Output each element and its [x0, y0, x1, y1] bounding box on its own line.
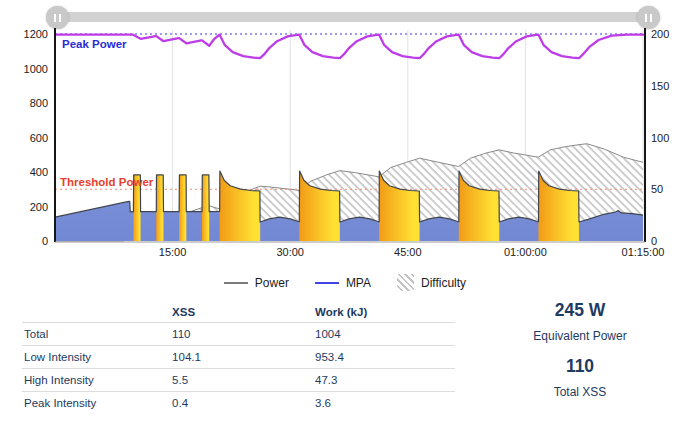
power-line-swatch-icon	[224, 282, 248, 284]
equivalent-power-value: 245 W	[510, 300, 650, 320]
header-blank	[22, 302, 170, 323]
summary-stats-panel: 245 W Equivalent Power 110 Total XSS	[510, 300, 650, 399]
total-xss-label: Total XSS	[510, 385, 650, 399]
legend-item-mpa[interactable]: MPA	[315, 276, 371, 290]
table-row: Low Intensity 104.1 953.4	[22, 346, 455, 369]
total-xss-value: 110	[510, 356, 650, 376]
xss-value: 5.5	[170, 369, 313, 392]
row-label: Low Intensity	[22, 346, 170, 369]
equivalent-power-label: Equivalent Power	[510, 329, 650, 343]
threshold-power-label: Threshold Power	[60, 176, 154, 188]
difficulty-hatch-swatch-icon	[397, 274, 414, 291]
header-work: Work (kJ)	[313, 302, 455, 323]
table-header-row: XSS Work (kJ)	[22, 302, 455, 323]
header-xss: XSS	[170, 302, 313, 323]
peak-power-label: Peak Power	[62, 38, 127, 50]
table-row: Total 110 1004	[22, 323, 455, 346]
svg-text:100: 100	[651, 132, 669, 144]
work-value: 47.3	[313, 369, 455, 392]
work-value: 953.4	[313, 346, 455, 369]
row-label: Total	[22, 323, 170, 346]
svg-text:01:00:00: 01:00:00	[504, 246, 547, 258]
svg-text:200: 200	[30, 201, 48, 213]
svg-text:15:00: 15:00	[159, 246, 187, 258]
svg-text:45:00: 45:00	[394, 246, 422, 258]
xss-work-table: XSS Work (kJ) Total 110 1004 Low Intensi…	[22, 302, 455, 414]
mpa-line-swatch-icon	[315, 282, 339, 284]
mpa-line	[55, 35, 643, 59]
xss-value: 110	[170, 323, 313, 346]
power-mpa-difficulty-chart[interactable]: 02004006008001000120005010015020015:0030…	[0, 0, 690, 270]
svg-text:150: 150	[651, 80, 669, 92]
table-row: High Intensity 5.5 47.3	[22, 369, 455, 392]
svg-text:01:15:00: 01:15:00	[622, 246, 665, 258]
workout-report-screen: 02004006008001000120005010015020015:0030…	[0, 0, 690, 421]
row-label: Peak Intensity	[22, 392, 170, 415]
svg-text:200: 200	[651, 28, 669, 40]
legend-item-power[interactable]: Power	[224, 276, 289, 290]
svg-text:50: 50	[651, 183, 663, 195]
svg-text:600: 600	[30, 132, 48, 144]
legend-label: Power	[255, 276, 289, 290]
svg-text:1200: 1200	[24, 28, 48, 40]
xss-value: 104.1	[170, 346, 313, 369]
legend-item-difficulty[interactable]: Difficulty	[397, 274, 466, 291]
legend-label: MPA	[346, 276, 371, 290]
work-value: 1004	[313, 323, 455, 346]
legend-label: Difficulty	[421, 276, 466, 290]
svg-text:1000: 1000	[24, 63, 48, 75]
table-row: Peak Intensity 0.4 3.6	[22, 392, 455, 415]
xss-value: 0.4	[170, 392, 313, 415]
svg-text:30:00: 30:00	[276, 246, 304, 258]
work-value: 3.6	[313, 392, 455, 415]
svg-text:0: 0	[42, 235, 48, 247]
svg-text:400: 400	[30, 166, 48, 178]
svg-text:800: 800	[30, 97, 48, 109]
chart-legend: Power MPA Difficulty	[0, 274, 690, 291]
row-label: High Intensity	[22, 369, 170, 392]
